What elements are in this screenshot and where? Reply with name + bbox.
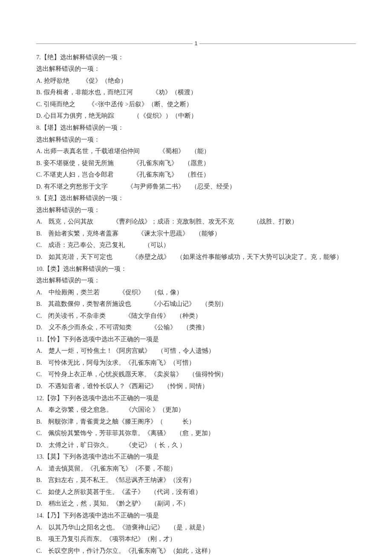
option-line: D. 如其克谐，天下可定也 《赤壁之战》 （如果这件事能够成功，天下大势可以决定… <box>36 251 356 263</box>
document-page: 1 7.【绝】选出解释错误的一项：选出解释错误的一项：A. 抢呼欲绝 《促》（绝… <box>0 0 392 555</box>
question-block: 11.【怜】下列各选项中选出不正确的一项是A. 楚人一炬，可怜焦土！《阿房宫赋》… <box>36 334 356 392</box>
question-prompt: 选出解释错误的一项： <box>36 63 356 75</box>
rule-right <box>199 44 356 44</box>
page-header-rule: 1 <box>36 38 356 49</box>
option-line: D. 不遇知音者，谁怜长叹人？《西厢记》 （怜悯，同情） <box>36 381 356 392</box>
option-line: B. 宫妇左右，莫不私王。《邹忌讽齐王纳谏》（没有） <box>36 474 356 486</box>
question-header: 11.【怜】下列各选项中选出不正确的一项是 <box>36 334 356 346</box>
option-line: A. 奉之弥繁，侵之愈急。 《六国论 》（更加） <box>36 404 356 416</box>
option-line: D. 心目耳力俱穷，绝无响踪 （《促织》）（中断） <box>36 110 356 122</box>
option-line: A. 既克，公问其故 《曹刿论战》；成语：克敌制胜、攻无不克 （战胜、打败） <box>36 216 356 228</box>
option-line: D. 稍出近之，然，莫知。《黔之驴》 （副词，不） <box>36 498 356 510</box>
question-header: 12.【弥】下列各选项中选出不正确的一项是 <box>36 392 356 404</box>
option-line: B. 其疏数偃仰，类智者所施设也 《小石城山记》 （类别） <box>36 298 356 310</box>
question-block: 12.【弥】下列各选项中选出不正确的一项是A. 奉之弥繁，侵之愈急。 《六国论 … <box>36 392 356 451</box>
question-block: 8.【堪】选出解释错误的一项：选出解释错误的一项：A. 出师一表真名世，千载谁堪… <box>36 122 356 192</box>
question-header: 9.【克】选出解释错误的一项： <box>36 192 356 204</box>
option-line: C. 引绳而绝之 《<张中丞传 >后叙》（断、使之断） <box>36 99 356 110</box>
question-block: 10.【类】选出解释错误的一项：选出解释错误的一项：A. 中绘殿阁，类兰若 《促… <box>36 263 356 334</box>
option-line: C. 可怜身上衣正单，心忧炭贱愿天寒。《卖炭翁》 （值得怜悯） <box>36 369 356 381</box>
option-line: B. 假舟楫者，非能水也，而绝江河 《劝》（横渡） <box>36 87 356 99</box>
question-prompt: 选出解释错误的一项： <box>36 134 356 146</box>
option-line: A. 以其乃华山之阳名之也。《游褒禅山记》 （是，就是） <box>36 522 356 534</box>
question-header: 13.【莫】下列各选项中选出不正确的一项是 <box>36 451 356 463</box>
option-line: C. 不堪吏人妇，岂合令郎君 《孔雀东南飞》 （胜任） <box>36 169 356 181</box>
option-line: C. 闭关读书，不杂非类 《陆文学自传》 （种类） <box>36 310 356 322</box>
question-prompt: 选出解释错误的一项： <box>36 275 356 287</box>
option-line: C. 如使人之所欲莫甚于生。《孟子》 （代词，没有谁） <box>36 486 356 498</box>
option-line: A. 遣去慎莫留。《孔雀东南飞》（不要，不能） <box>36 463 356 475</box>
option-line: C. 佩缤纷其繁饰兮，芳菲菲其弥章。《离骚》 （愈，更加） <box>36 427 356 439</box>
option-line: B. 舸舰弥津，青雀黄龙之舳《滕王阁序》（ 长） <box>36 416 356 428</box>
option-line: B. 可怜体无比，阿母为汝求。《孔雀东南飞》（可惜） <box>36 357 356 369</box>
option-line: C. 成语：克己奉公、克己复礼 （可以） <box>36 239 356 251</box>
option-line: D. 义不杀少而杀众，不可谓知类 《公输》 （类推） <box>36 322 356 334</box>
option-line: D. 太傅之计，旷日弥久。 《史记》（ 长，久 ） <box>36 439 356 451</box>
page-number: 1 <box>193 38 199 49</box>
question-block: 13.【莫】下列各选项中选出不正确的一项是A. 遣去慎莫留。《孔雀东南飞》（不要… <box>36 451 356 510</box>
rule-left <box>36 44 193 44</box>
page-content: 7.【绝】选出解释错误的一项：选出解释错误的一项：A. 抢呼欲绝 《促》（绝命）… <box>36 52 356 555</box>
option-line: B. 善始者实繁，克终者盖寡 《谏太宗十思疏》 （能够） <box>36 228 356 240</box>
question-block: 9.【克】选出解释错误的一项：选出解释错误的一项：A. 既克，公问其故 《曹刿论… <box>36 192 356 263</box>
option-line: B. 项王乃复引兵而东。《项羽本纪》（刚，才） <box>36 533 356 545</box>
option-line: A. 抢呼欲绝 《促》（绝命） <box>36 75 356 87</box>
option-line: C. 长叹空房中，作计乃尔立。《孔雀东南飞》（如此，这样） <box>36 545 356 555</box>
option-line: A. 出师一表真名世，千载谁堪伯仲间 《蜀相》 （能） <box>36 145 356 157</box>
question-prompt: 选出解释错误的一项： <box>36 204 356 216</box>
option-line: B. 妾不堪驱使，徒留无所施 《孔雀东南飞》 （愿意） <box>36 157 356 169</box>
question-block: 7.【绝】选出解释错误的一项：选出解释错误的一项：A. 抢呼欲绝 《促》（绝命）… <box>36 52 356 122</box>
option-line: A. 中绘殿阁，类兰若 《促织》 （似，像） <box>36 287 356 299</box>
question-header: 8.【堪】选出解释错误的一项： <box>36 122 356 134</box>
option-line: D. 有不堪之穷愁形于文字 《与尹师鲁第二书》 （忍受、经受） <box>36 181 356 193</box>
question-header: 10.【类】选出解释错误的一项： <box>36 263 356 275</box>
question-block: 14.【乃】下列各选项中选出不正确的一项是A. 以其乃华山之阳名之也。《游褒禅山… <box>36 510 356 555</box>
question-header: 7.【绝】选出解释错误的一项： <box>36 52 356 64</box>
option-line: A. 楚人一炬，可怜焦土！《阿房宫赋》 （可惜，令人遗憾） <box>36 345 356 357</box>
question-header: 14.【乃】下列各选项中选出不正确的一项是 <box>36 510 356 522</box>
